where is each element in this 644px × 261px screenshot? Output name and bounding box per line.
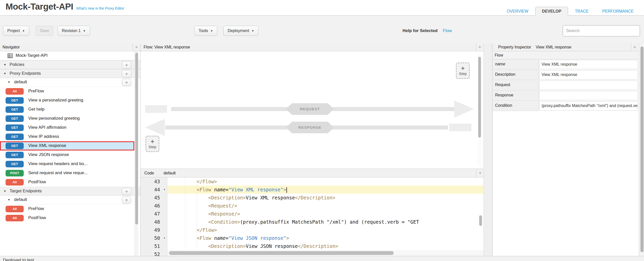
property-label: Condition — [493, 101, 539, 111]
add-target-endpoint-button[interactable]: + — [122, 188, 131, 195]
tab-performance[interactable]: PERFORMANCE — [596, 7, 640, 16]
request-chip: REQUEST — [286, 103, 334, 115]
property-label: name — [493, 59, 539, 70]
revision-menu-button[interactable]: Revision 1▼ — [58, 26, 90, 36]
flow-canvas: + Step REQUEST RESPONSE + Step — [141, 51, 484, 169]
scrollbar-thumb[interactable] — [169, 251, 394, 255]
code-token: View XML response — [246, 195, 295, 200]
save-button[interactable]: Save — [36, 26, 53, 36]
code-line[interactable]: <Description>View JSON response</Descrip… — [168, 242, 484, 250]
code-panel-header: Code default « — [141, 169, 484, 177]
flow-item[interactable]: GETView request headers and bo... — [0, 160, 134, 169]
code-token: (proxy.pathsuffix MatchesPath "/xml") an… — [240, 219, 419, 225]
property-value[interactable]: View XML response — [539, 60, 638, 69]
code-line[interactable]: </Flow> — [168, 226, 484, 234]
property-value[interactable]: View XML response — [539, 70, 638, 80]
property-value[interactable] — [539, 91, 638, 100]
collapse-down-icon[interactable]: « — [476, 169, 481, 177]
code-gutter: 4344▾454647484950▾5152 — [141, 177, 167, 256]
window-scrollbar[interactable] — [639, 44, 644, 261]
flow-item[interactable]: GETView XML response — [0, 141, 134, 150]
flow-item[interactable]: AllPreFlow — [0, 87, 134, 96]
add-step-button-request[interactable]: + Step — [146, 136, 159, 152]
property-value[interactable] — [539, 81, 638, 90]
collapse-arrow-icon[interactable]: ▼ — [4, 63, 6, 66]
flow-item[interactable]: GETGet help — [0, 105, 134, 114]
add-proxy-flow-button[interactable]: + — [122, 79, 131, 86]
collapse-up-icon[interactable]: « — [476, 43, 481, 51]
flow-item[interactable]: GETView IP address — [0, 132, 134, 141]
flow-item[interactable]: GETView API affirmation — [0, 123, 134, 132]
nav-root-item[interactable]: Mock-Target-API — [0, 51, 140, 60]
add-target-flow-button[interactable]: + — [122, 196, 131, 204]
deployment-menu-button[interactable]: Deployment▼ — [223, 26, 258, 36]
flow-item[interactable]: GETView personalized greeting — [0, 114, 134, 123]
property-label: Description — [493, 70, 539, 80]
help-for-selected-label: Help for Selected — [402, 28, 438, 33]
add-proxy-endpoint-button[interactable]: + — [122, 70, 131, 77]
collapse-panel-icon[interactable]: « — [133, 43, 138, 51]
code-token: </Flow> — [174, 179, 217, 184]
code-line[interactable]: </Flow> — [168, 177, 484, 186]
flow-canvas-scrollbar[interactable] — [478, 54, 481, 166]
line-number: 51 — [154, 242, 160, 250]
tab-overview[interactable]: OVERVIEW — [500, 7, 535, 16]
scrollbar-thumb[interactable] — [479, 215, 482, 226]
code-line[interactable]: <Request/> — [168, 202, 484, 210]
whats-new-link[interactable]: What's new in the Proxy Editor — [76, 6, 124, 10]
collapse-arrow-icon[interactable]: ▼ — [4, 72, 6, 75]
code-line[interactable]: <Description>View XML response</Descript… — [168, 194, 484, 202]
flow-item-label: PreFlow — [28, 89, 44, 94]
flow-item[interactable]: GETView a personalized greeting — [0, 96, 134, 105]
navigator-scrollbar[interactable] — [135, 51, 138, 256]
add-step-button-response[interactable]: + Step — [456, 63, 470, 79]
method-badge: All — [6, 215, 24, 221]
code-editor[interactable]: 4344▾454647484950▾5152 </Flow> <Flow nam… — [141, 177, 484, 256]
scrollbar-thumb[interactable] — [135, 53, 138, 224]
search-input[interactable] — [563, 25, 640, 36]
fold-arrow-icon[interactable]: ▾ — [164, 234, 165, 242]
collapse-arrow-icon[interactable]: ▼ — [4, 190, 6, 193]
response-chip: RESPONSE — [286, 122, 334, 133]
nav-section-target-endpoints[interactable]: ▼ Target Endpoints + — [0, 187, 140, 196]
gutter-row: 45 — [141, 194, 167, 202]
flow-item[interactable]: GETView JSON response — [0, 150, 134, 160]
help-flow-link[interactable]: Flow — [443, 28, 452, 33]
line-number: 50 — [154, 234, 160, 242]
flow-item[interactable]: AllPreFlow — [0, 204, 134, 214]
code-token: <Flow — [174, 235, 214, 241]
code-content[interactable]: </Flow> <Flow name="View XML response"> … — [168, 177, 484, 256]
code-line[interactable]: <Flow name="View JSON response"> — [168, 234, 484, 242]
flow-item[interactable]: AllPostFlow — [0, 178, 134, 187]
collapse-arrow-icon[interactable]: ▼ — [8, 81, 10, 84]
nav-subsection-target-default[interactable]: ▼ default + — [0, 196, 140, 204]
flow-item[interactable]: POSTSend request and view reque... — [0, 169, 134, 178]
flow-item-label: PostFlow — [28, 179, 46, 185]
flow-item-label: View personalized greeting — [28, 116, 80, 121]
project-menu-button[interactable]: Project▼ — [3, 26, 29, 36]
indent-guide — [197, 177, 197, 249]
code-token: <Description> — [174, 195, 246, 200]
nav-section-policies[interactable]: ▼ Policies + — [0, 60, 140, 69]
fold-arrow-icon[interactable]: ▾ — [164, 186, 165, 194]
inspector-title: Property Inspector — [498, 43, 531, 51]
scrollbar-thumb[interactable] — [478, 57, 481, 138]
tab-trace[interactable]: TRACE — [568, 7, 595, 16]
scrollbar-thumb[interactable] — [640, 46, 643, 252]
tab-develop[interactable]: DEVELOP — [535, 7, 568, 16]
add-policy-button[interactable]: + — [122, 61, 131, 69]
collapse-arrow-icon[interactable]: ▼ — [8, 198, 10, 201]
tools-menu-button[interactable]: Tools▼ — [194, 26, 217, 36]
code-horizontal-scrollbar[interactable] — [168, 250, 484, 256]
code-token: "View XML response" — [228, 187, 283, 192]
code-token: <Request/> — [174, 203, 237, 208]
expand-panel-icon[interactable]: » — [631, 43, 636, 51]
flow-item[interactable]: AllPostFlow — [0, 214, 134, 223]
code-line[interactable]: <Response/> — [168, 210, 484, 218]
property-value[interactable]: (proxy.pathsuffix MatchesPath "/xml") an… — [539, 101, 638, 111]
nav-section-proxy-endpoints[interactable]: ▼ Proxy Endpoints + — [0, 69, 140, 78]
code-line[interactable]: <Flow name="View XML response"> — [168, 186, 484, 194]
code-line[interactable]: <Condition>(proxy.pathsuffix MatchesPath… — [168, 218, 484, 226]
code-vertical-scrollbar[interactable] — [479, 215, 482, 227]
nav-subsection-proxy-default[interactable]: ▼ default + — [0, 78, 140, 87]
